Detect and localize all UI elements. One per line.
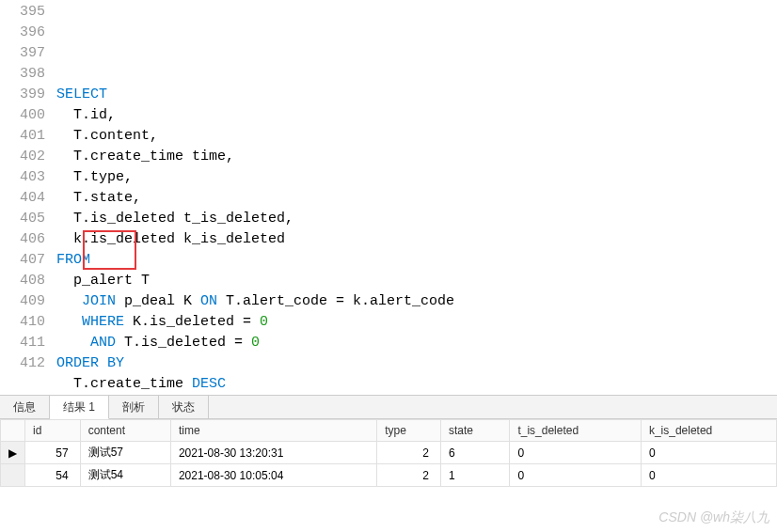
column-header[interactable]: time (170, 420, 376, 442)
line-number: 406 (0, 229, 45, 250)
code-editor[interactable]: 3953963973983994004014024034044054064074… (0, 0, 777, 395)
line-number: 410 (0, 312, 45, 333)
code-line[interactable]: T.state, (56, 188, 777, 209)
table-cell[interactable]: 测试54 (80, 464, 170, 487)
column-header[interactable]: id (25, 420, 81, 442)
table-row[interactable]: ▶57测试572021-08-30 13:20:312600 (1, 442, 777, 464)
code-line[interactable]: FROM (56, 250, 777, 271)
column-header[interactable]: type (377, 420, 441, 442)
column-header[interactable]: t_is_deleted (510, 420, 642, 442)
watermark: CSDN @wh柒八九 (658, 509, 769, 526)
code-line[interactable]: ORDER BY (56, 353, 777, 374)
code-line[interactable]: JOIN p_deal K ON T.alert_code = k.alert_… (56, 291, 777, 312)
table-header-row: idcontenttimetypestatet_is_deletedk_is_d… (1, 420, 777, 442)
line-number: 396 (0, 23, 45, 43)
line-number: 401 (0, 126, 45, 147)
table-cell[interactable]: 6 (440, 442, 509, 464)
table-cell[interactable]: 0 (510, 464, 642, 487)
code-line[interactable]: T.content, (56, 126, 777, 147)
line-number: 408 (0, 271, 45, 291)
code-line[interactable]: p_alert T (56, 271, 777, 291)
result-table[interactable]: idcontenttimetypestatet_is_deletedk_is_d… (0, 419, 777, 487)
line-number-gutter: 3953963973983994004014024034044054064074… (0, 0, 56, 395)
line-number: 395 (0, 2, 45, 23)
row-marker-header (1, 420, 25, 442)
table-row[interactable]: 54测试542021-08-30 10:05:042100 (1, 464, 777, 487)
line-number: 409 (0, 291, 45, 312)
tab-analyze[interactable]: 剖析 (109, 396, 159, 418)
table-cell[interactable]: 0 (510, 442, 642, 464)
line-number: 411 (0, 333, 45, 353)
code-line[interactable]: AND T.is_deleted = 0 (56, 333, 777, 353)
code-line[interactable]: WHERE K.is_deleted = 0 (56, 312, 777, 333)
code-line[interactable]: T.is_deleted t_is_deleted, (56, 209, 777, 229)
line-number: 399 (0, 85, 45, 105)
row-marker (1, 464, 25, 487)
line-number: 397 (0, 43, 45, 64)
line-number: 400 (0, 105, 45, 126)
table-cell[interactable]: 0 (641, 464, 776, 487)
tab-status[interactable]: 状态 (159, 396, 209, 418)
line-number: 402 (0, 147, 45, 167)
line-number: 407 (0, 250, 45, 271)
table-cell[interactable]: 1 (440, 464, 509, 487)
table-cell[interactable]: 2021-08-30 13:20:31 (170, 442, 376, 464)
table-cell[interactable]: 2 (377, 464, 441, 487)
code-line[interactable] (56, 64, 777, 85)
code-line[interactable]: T.type, (56, 167, 777, 188)
column-header[interactable]: k_is_deleted (641, 420, 776, 442)
result-tabs: 信息 结果 1 剖析 状态 (0, 395, 777, 419)
column-header[interactable]: content (80, 420, 170, 442)
line-number: 403 (0, 167, 45, 188)
code-line[interactable]: T.create_time DESC (56, 374, 777, 395)
table-cell[interactable]: 2021-08-30 10:05:04 (170, 464, 376, 487)
table-cell[interactable]: 0 (641, 442, 776, 464)
column-header[interactable]: state (440, 420, 509, 442)
line-number: 404 (0, 188, 45, 209)
code-line[interactable]: T.create_time time, (56, 147, 777, 167)
line-number: 398 (0, 64, 45, 85)
row-marker: ▶ (1, 442, 25, 464)
code-content[interactable]: SELECT T.id, T.content, T.create_time ti… (56, 0, 777, 395)
code-line[interactable]: T.id, (56, 105, 777, 126)
code-line[interactable]: SELECT (56, 85, 777, 105)
table-cell[interactable]: 54 (25, 464, 81, 487)
table-cell[interactable]: 2 (377, 442, 441, 464)
table-cell[interactable]: 测试57 (80, 442, 170, 464)
tab-info[interactable]: 信息 (0, 396, 50, 418)
table-cell[interactable]: 57 (25, 442, 81, 464)
line-number: 405 (0, 209, 45, 229)
code-line[interactable]: k.is_deleted k_is_deleted (56, 229, 777, 250)
tab-result-1[interactable]: 结果 1 (50, 396, 109, 419)
line-number: 412 (0, 353, 45, 374)
